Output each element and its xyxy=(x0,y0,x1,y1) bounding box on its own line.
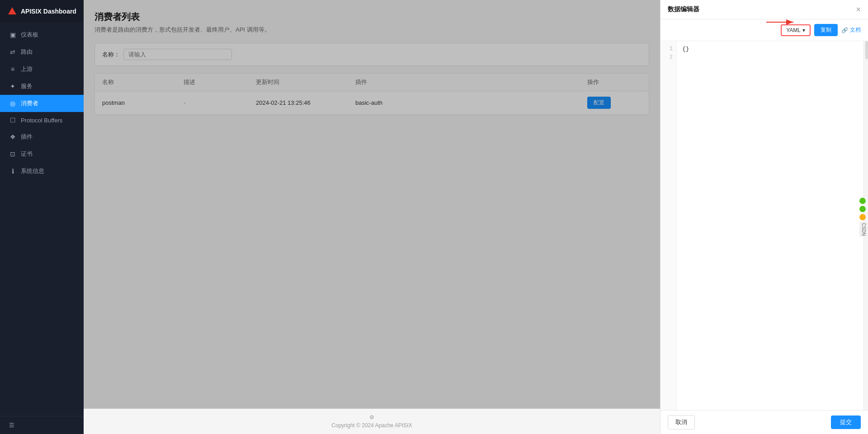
line-number-1: 1 xyxy=(660,45,673,53)
services-icon: ✦ xyxy=(9,83,16,90)
code-content: {} xyxy=(682,46,689,52)
footer-gear-icon: ⚙ xyxy=(369,414,374,420)
footer-copyright: Copyright © 2024 Apache APISIX xyxy=(331,422,412,429)
page-content: 消费者列表 消费者是路由的消费方，形式包括开发者、最终用户、API 调用等。 名… xyxy=(84,0,660,409)
protocol-buffers-icon: ☐ xyxy=(9,117,16,124)
editor-title: 数据编辑器 xyxy=(668,5,699,14)
sidebar-item-plugins[interactable]: ❖ 插件 xyxy=(0,128,84,145)
sidebar-footer-toggle[interactable]: ☰ xyxy=(0,416,84,434)
editor-body: 1 2 {} xyxy=(660,41,868,410)
yaml-format-button[interactable]: YAML ▾ xyxy=(781,24,811,36)
cancel-button[interactable]: 取消 xyxy=(668,415,695,429)
sidebar-item-label: 消费者 xyxy=(21,99,38,107)
dropdown-icon: ▾ xyxy=(802,27,805,33)
doc-link[interactable]: 🔗 文档 xyxy=(841,26,861,34)
system-info-icon: ℹ xyxy=(9,168,16,175)
dashboard-icon: ▣ xyxy=(9,31,16,38)
consumers-icon: ◎ xyxy=(9,100,16,107)
csdn-watermark: CSDN xyxy=(859,222,868,236)
sidebar-brand-title: APISIX Dashboard xyxy=(21,8,76,15)
sidebar-item-label: 证书 xyxy=(21,150,33,158)
sidebar-item-label: 插件 xyxy=(21,133,33,141)
certificates-icon: ⊡ xyxy=(9,150,16,158)
csdn-dot-green xyxy=(859,197,866,204)
sidebar-item-label: 仪表板 xyxy=(21,31,38,39)
csdn-dot-yellow xyxy=(859,214,866,220)
sidebar-item-certificates[interactable]: ⊡ 证书 xyxy=(0,145,84,163)
routes-icon: ⇄ xyxy=(9,48,16,56)
main-area: 消费者列表 消费者是路由的消费方，形式包括开发者、最终用户、API 调用等。 名… xyxy=(84,0,660,434)
editor-toolbar: YAML ▾ 复制 🔗 文档 xyxy=(660,19,868,41)
editor-header: 数据编辑器 × xyxy=(660,0,868,19)
copy-button[interactable]: 复制 xyxy=(814,24,838,36)
scrollbar-thumb xyxy=(865,41,868,59)
sidebar-item-system-info[interactable]: ℹ 系统信息 xyxy=(0,163,84,180)
sidebar-item-upstream[interactable]: ≡ 上游 xyxy=(0,61,84,78)
plugins-icon: ❖ xyxy=(9,133,16,140)
upstream-icon: ≡ xyxy=(9,65,16,73)
submit-button[interactable]: 提交 xyxy=(831,415,861,429)
link-icon: 🔗 xyxy=(841,27,848,33)
sidebar-item-services[interactable]: ✦ 服务 xyxy=(0,78,84,95)
menu-toggle-icon: ☰ xyxy=(9,422,14,429)
csdn-dot-green2 xyxy=(859,205,866,212)
sidebar-item-label: 路由 xyxy=(21,48,33,56)
line-numbers: 1 2 xyxy=(660,41,677,410)
editor-panel: 数据编辑器 × YAML ▾ 复制 🔗 文档 1 2 {} xyxy=(660,0,868,434)
doc-label: 文档 xyxy=(850,26,861,34)
sidebar: APISIX Dashboard ▣ 仪表板 ⇄ 路由 ≡ 上游 ✦ 服务 ◎ … xyxy=(0,0,84,434)
sidebar-item-label: 系统信息 xyxy=(21,167,44,175)
editor-footer: 取消 提交 xyxy=(660,410,868,434)
sidebar-item-label: 服务 xyxy=(21,82,33,90)
editor-code-area[interactable]: {} xyxy=(677,41,863,410)
apisix-logo-icon xyxy=(7,6,17,16)
page-footer: ⚙ Copyright © 2024 Apache APISIX xyxy=(84,409,660,434)
sidebar-item-protocol-buffers[interactable]: ☐ Protocol Buffers xyxy=(0,112,84,128)
sidebar-header: APISIX Dashboard xyxy=(0,0,84,23)
svg-marker-0 xyxy=(8,7,16,14)
sidebar-item-label: Protocol Buffers xyxy=(21,117,62,124)
sidebar-item-dashboard[interactable]: ▣ 仪表板 xyxy=(0,26,84,43)
sidebar-item-routes[interactable]: ⇄ 路由 xyxy=(0,43,84,61)
yaml-label: YAML xyxy=(786,27,801,33)
csdn-badge: CSDN xyxy=(859,197,868,236)
sidebar-item-consumers[interactable]: ◎ 消费者 xyxy=(0,95,84,112)
dim-overlay xyxy=(84,0,660,409)
line-number-2: 2 xyxy=(660,53,673,62)
sidebar-nav: ▣ 仪表板 ⇄ 路由 ≡ 上游 ✦ 服务 ◎ 消费者 ☐ Protocol Bu… xyxy=(0,23,84,416)
editor-close-button[interactable]: × xyxy=(856,5,861,14)
sidebar-item-label: 上游 xyxy=(21,65,33,73)
